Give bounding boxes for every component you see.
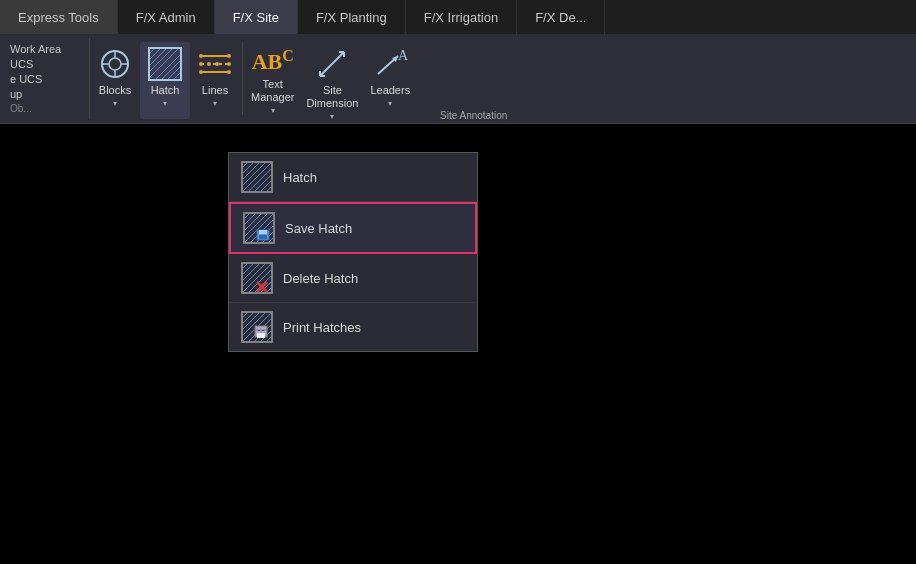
- svg-line-76: [242, 312, 248, 318]
- left-panel-ucs[interactable]: UCS: [10, 58, 79, 70]
- svg-point-26: [227, 70, 231, 74]
- svg-line-46: [266, 186, 272, 192]
- svg-rect-17: [149, 48, 181, 80]
- svg-line-64: [242, 263, 254, 275]
- dropdown-print-hatches-label: Print Hatches: [283, 320, 361, 335]
- lines-icon: [197, 46, 233, 82]
- svg-point-20: [227, 54, 231, 58]
- svg-line-38: [242, 162, 248, 168]
- svg-line-45: [260, 180, 272, 192]
- leaders-dropdown-arrow: ▾: [388, 99, 392, 108]
- svg-rect-6: [149, 48, 181, 80]
- dropdown-save-hatch[interactable]: Save Hatch: [229, 202, 477, 254]
- svg-rect-88: [255, 326, 267, 330]
- tab-fx-planting[interactable]: F/X Planting: [298, 0, 406, 34]
- dropdown-delete-hatch-label: Delete Hatch: [283, 271, 358, 286]
- tab-bar: Express Tools F/X Admin F/X Site F/X Pla…: [0, 0, 916, 34]
- tab-fx-irrigation[interactable]: F/X Irrigation: [406, 0, 517, 34]
- tab-express-tools[interactable]: Express Tools: [0, 0, 118, 34]
- svg-line-49: [244, 213, 250, 219]
- svg-point-28: [215, 62, 219, 66]
- svg-point-22: [199, 62, 203, 66]
- left-panel-work-area[interactable]: Work Area: [10, 43, 79, 55]
- svg-line-63: [242, 263, 248, 269]
- svg-line-43: [248, 168, 272, 192]
- dropdown-hatch[interactable]: Hatch: [229, 153, 477, 202]
- hatch-label: Hatch: [151, 84, 180, 97]
- svg-text:A: A: [398, 48, 408, 63]
- tab-fx-site[interactable]: F/X Site: [215, 0, 298, 34]
- hatch-dropdown-menu: Hatch Save Hatch: [228, 152, 478, 352]
- dropdown-delete-hatch[interactable]: Delete Hatch: [229, 254, 477, 303]
- blocks-icon: [97, 46, 133, 82]
- site-dimension-dropdown-arrow: ▾: [330, 112, 334, 121]
- site-dimension-label: Site Dimension: [306, 84, 358, 110]
- svg-line-41: [242, 162, 266, 186]
- site-annotation-label: Site Annotation: [440, 110, 507, 121]
- dropdown-save-hatch-label: Save Hatch: [285, 221, 352, 236]
- leaders-icon: A: [372, 46, 408, 82]
- hatch-button[interactable]: Hatch ▾: [140, 42, 190, 119]
- text-manager-icon: ABC: [255, 46, 291, 76]
- svg-line-50: [244, 213, 256, 225]
- svg-point-19: [199, 54, 203, 58]
- dropdown-save-hatch-icon: [243, 212, 275, 244]
- left-panel-up[interactable]: up: [10, 88, 79, 100]
- hatch-dropdown-arrow: ▾: [163, 99, 167, 108]
- tab-fx-de[interactable]: F/X De...: [517, 0, 605, 34]
- svg-line-11: [149, 48, 179, 78]
- lines-label: Lines: [202, 84, 228, 97]
- svg-rect-61: [259, 235, 267, 239]
- leaders-button[interactable]: A Leaders ▾: [364, 42, 416, 119]
- dropdown-print-hatches[interactable]: Print Hatches: [229, 303, 477, 351]
- svg-line-66: [242, 263, 266, 287]
- text-manager-dropdown-arrow: ▾: [271, 106, 275, 115]
- dropdown-hatch-icon: [241, 161, 273, 193]
- svg-rect-87: [257, 333, 265, 338]
- site-dimension-button[interactable]: Site Dimension ▾: [300, 42, 364, 119]
- svg-line-39: [242, 162, 254, 174]
- dropdown-delete-hatch-icon: [241, 262, 273, 294]
- ribbon-content: Work Area UCS e UCS up Ob... Blocks ▾: [0, 34, 916, 124]
- svg-point-25: [199, 70, 203, 74]
- blocks-button[interactable]: Blocks ▾: [90, 42, 140, 119]
- dropdown-print-hatches-icon: [241, 311, 273, 343]
- svg-line-8: [149, 48, 161, 60]
- svg-rect-89: [258, 330, 260, 331]
- svg-point-1: [109, 58, 121, 70]
- blocks-label: Blocks: [99, 84, 131, 97]
- left-panel: Work Area UCS e UCS up Ob...: [0, 38, 90, 119]
- blocks-dropdown-arrow: ▾: [113, 99, 117, 108]
- leaders-label: Leaders: [370, 84, 410, 97]
- left-panel-e-ucs[interactable]: e UCS: [10, 73, 79, 85]
- dropdown-hatch-label: Hatch: [283, 170, 317, 185]
- svg-rect-90: [262, 330, 264, 331]
- svg-line-29: [320, 52, 344, 76]
- svg-rect-60: [259, 230, 267, 234]
- svg-line-14: [167, 66, 181, 80]
- text-manager-button[interactable]: ABC Text Manager ▾: [245, 42, 300, 119]
- svg-line-42: [242, 162, 272, 192]
- text-manager-label: Text Manager: [251, 78, 294, 104]
- hatch-icon: [147, 46, 183, 82]
- tab-fx-admin[interactable]: F/X Admin: [118, 0, 215, 34]
- svg-line-77: [242, 312, 254, 324]
- lines-dropdown-arrow: ▾: [213, 99, 217, 108]
- svg-line-10: [149, 48, 173, 72]
- svg-point-27: [207, 62, 211, 66]
- svg-line-67: [242, 263, 272, 293]
- site-dimension-icon: [314, 46, 350, 82]
- lines-button[interactable]: Lines ▾: [190, 42, 240, 119]
- group-label-objects: Ob...: [10, 103, 79, 114]
- svg-point-23: [227, 62, 231, 66]
